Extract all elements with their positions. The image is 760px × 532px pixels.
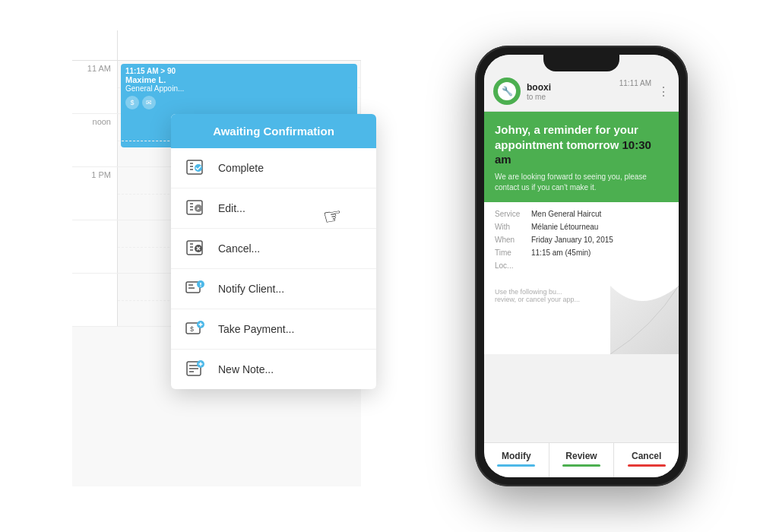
loc-label: Loc...	[495, 261, 527, 270]
time-label-1pm: 1 PM	[72, 167, 118, 220]
menu-item-complete[interactable]: Complete	[171, 148, 376, 188]
cancel-appt-button[interactable]: Cancel	[614, 443, 679, 477]
detail-row-loc: Loc...	[495, 261, 668, 270]
cancel-appt-label: Cancel	[632, 451, 661, 461]
modify-underline	[497, 464, 535, 467]
time-label: Time	[495, 249, 527, 257]
service-value: Men General Haircut	[531, 210, 601, 218]
appointment-icons: $ ✉	[125, 96, 353, 109]
email-more-icon[interactable]: ⋮	[657, 84, 670, 99]
payment-label: Take Payment...	[218, 323, 294, 335]
time-value: 11:15 am (45min)	[531, 249, 591, 257]
review-label: Review	[565, 451, 597, 461]
avatar-icon: 🔧	[502, 86, 513, 97]
page-curl-svg	[610, 286, 679, 354]
calendar-header	[72, 30, 361, 61]
menu-item-note[interactable]: New Note...	[171, 350, 376, 389]
appointment-name: Maxime L.	[125, 75, 353, 84]
notify-label: Notify Client...	[218, 283, 284, 295]
review-underline	[562, 464, 600, 467]
detail-row-time: Time 11:15 am (45min)	[495, 249, 668, 257]
when-value: Friday January 10, 2015	[531, 236, 613, 244]
context-menu: Awaiting Confirmation Complete	[171, 114, 376, 389]
email-time: 11:11 AM	[619, 78, 651, 87]
sender-name: booxi	[527, 82, 613, 93]
detail-row-when: When Friday January 10, 2015	[495, 236, 668, 244]
calendar-cell-11am: 11:15 AM > 90 Maxime L. General Appoin..…	[118, 61, 361, 113]
complete-label: Complete	[218, 162, 264, 174]
reminder-title: Johny, a reminder for your appointment t…	[495, 122, 668, 167]
edit-icon	[183, 198, 207, 219]
calendar-row-11am: 11 AM 11:15 AM > 90 Maxime L. General Ap…	[72, 61, 361, 114]
payment-icon: $	[183, 318, 207, 340]
modify-label: Modify	[502, 451, 531, 461]
note-icon	[183, 359, 207, 380]
menu-item-notify[interactable]: Notify Client...	[171, 269, 376, 309]
with-value: Mélanie Létourneau	[531, 223, 598, 231]
notify-icon	[183, 278, 207, 299]
appointment-details: Service Men General Haircut With Mélanie…	[484, 202, 679, 282]
when-label: When	[495, 236, 527, 244]
menu-item-cancel[interactable]: Cancel...	[171, 229, 376, 269]
time-label-11am: 11 AM	[72, 61, 118, 113]
left-section: 11 AM 11:15 AM > 90 Maxime L. General Ap…	[72, 30, 391, 502]
detail-row-with: With Mélanie Létourneau	[495, 223, 668, 231]
sender-to: to me	[527, 93, 613, 101]
menu-item-payment[interactable]: $ Take Payment...	[171, 309, 376, 350]
sender-avatar: 🔧	[493, 78, 521, 105]
reminder-subtitle: We are looking forward to seeing you, pl…	[495, 172, 668, 193]
review-button[interactable]: Review	[549, 443, 615, 477]
appointment-time: 11:15 AM > 90	[125, 67, 353, 75]
appointment-desc: General Appoin...	[125, 84, 353, 93]
phone-action-buttons: Modify Review Cancel	[484, 442, 679, 477]
svg-point-23	[200, 286, 201, 287]
sender-info: booxi to me	[527, 82, 613, 101]
note-label: New Note...	[218, 363, 274, 375]
svg-text:$: $	[190, 325, 194, 333]
page-curl-area: Use the following bu... review, or cance…	[484, 282, 679, 354]
context-menu-header: Awaiting Confirmation	[171, 114, 376, 148]
modify-button[interactable]: Modify	[484, 443, 549, 477]
right-section: 🔧 booxi to me 11:11 AM ⋮ Johny, a remind…	[475, 46, 688, 486]
dollar-icon: $	[125, 96, 139, 109]
phone-device: 🔧 booxi to me 11:11 AM ⋮ Johny, a remind…	[475, 46, 688, 486]
cancel-icon	[183, 238, 207, 259]
reminder-title-text: Johny, a reminder for your appointment t…	[495, 123, 638, 151]
cancel-label: Cancel...	[218, 242, 260, 255]
time-label-noon: noon	[72, 114, 118, 166]
phone-notch	[543, 55, 619, 71]
service-label: Service	[495, 210, 527, 218]
cancel-underline	[628, 464, 666, 467]
edit-label: Edit...	[218, 202, 245, 214]
menu-item-edit[interactable]: Edit...	[171, 188, 376, 229]
phone-screen: 🔧 booxi to me 11:11 AM ⋮ Johny, a remind…	[484, 55, 679, 477]
complete-icon	[183, 157, 207, 179]
detail-row-service: Service Men General Haircut	[495, 210, 668, 218]
reminder-banner: Johny, a reminder for your appointment t…	[484, 112, 679, 202]
message-icon: ✉	[142, 96, 156, 109]
with-label: With	[495, 223, 527, 231]
